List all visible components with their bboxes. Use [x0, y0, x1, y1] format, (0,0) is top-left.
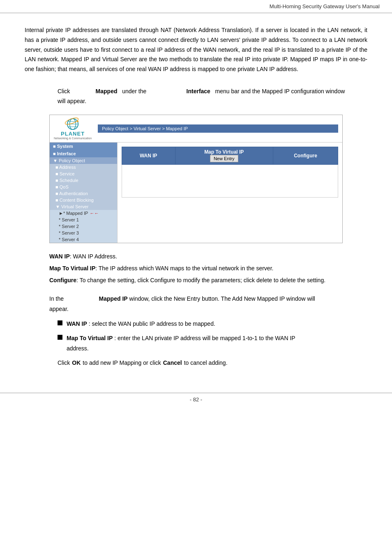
sidebar-item-service[interactable]: ■ Service — [50, 170, 117, 177]
sidebar-item-authentication[interactable]: ■ Authentication — [50, 190, 117, 197]
sidebar-item-policy-object[interactable]: ▼ Policy Object — [50, 157, 117, 164]
field-desc-configure: Configure : To change the setting, click… — [49, 275, 343, 286]
header-title: Multi-Homing Security Gateway User's Man… — [270, 3, 380, 9]
mapped-keyword: Mapped — [96, 88, 118, 94]
new-entry-button[interactable]: New Entry — [210, 155, 238, 162]
sidebar-item-virtual-server[interactable]: ▼ Virtual Server — [50, 203, 117, 210]
sidebar-icon-qos: ■ — [55, 184, 60, 189]
sidebar-item-server1[interactable]: * Server 1 — [50, 216, 117, 223]
sidebar-server1-label: * Server 1 — [59, 217, 79, 222]
bullet-map-virtual: Map To Virtual IP : enter the LAN privat… — [58, 333, 343, 354]
in-the-text: In the — [49, 295, 97, 302]
sidebar-icon-schedule: ■ — [55, 178, 60, 183]
click-label: Click — [58, 358, 70, 368]
planet-logo-subtext: Networking & Communication — [54, 137, 92, 140]
sidebar-item-schedule[interactable]: ■ Schedule — [50, 177, 117, 184]
table-header-wan-ip: WAN IP — [122, 147, 175, 164]
cancel-keyword: Cancel — [163, 358, 182, 368]
sidebar-star-system: ■ — [53, 144, 57, 149]
main-panel: WAN IP Map To Virtual IP New Entry Confi… — [118, 143, 342, 243]
mapped-ip-keyword: Mapped IP — [99, 295, 128, 302]
sidebar-mapped-label: ► — [59, 211, 63, 216]
main-content: Internal private IP addresses are transl… — [0, 13, 392, 385]
click-instruction: Click Mapped under the Interface menu ba… — [58, 87, 367, 106]
sidebar: ■ System ■ Interface ▼ Policy Object ■ A… — [50, 143, 118, 243]
svg-point-5 — [65, 117, 79, 126]
sidebar-item-mapped-ip[interactable]: ► * Mapped IP ←← — [50, 210, 117, 216]
sidebar-icon-policy: ▼ — [53, 158, 59, 163]
sidebar-icon-address: ■ — [55, 165, 59, 170]
field-descriptions: WAN IP : WAN IP Address. Map To Virtual … — [49, 251, 343, 286]
field-configure-label: Configure — [49, 275, 76, 286]
arrow-icon-mapped: ←← — [90, 211, 99, 216]
sidebar-icon-auth: ■ — [55, 191, 59, 196]
field-wan-ip-label: WAN IP — [49, 251, 70, 262]
sidebar-star-interface: ■ — [53, 151, 57, 156]
screenshot-body: ■ System ■ Interface ▼ Policy Object ■ A… — [50, 143, 342, 243]
sidebar-icon-blocking: ■ — [55, 198, 60, 203]
svg-point-6 — [77, 120, 78, 122]
instruction-rest: menu bar and the Mapped IP configuration… — [212, 88, 345, 94]
breadcrumb-bar: Policy Object > Virtual Server > Mapped … — [98, 124, 338, 133]
sidebar-icon-virtual: ▼ — [55, 204, 61, 209]
planet-logo: PLANET Networking & Communication — [54, 117, 92, 140]
data-table: WAN IP Map To Virtual IP New Entry Confi… — [122, 147, 338, 198]
sidebar-server4-label: * Server 4 — [59, 237, 79, 242]
field-desc-map: Map To Virtual IP : The IP address which… — [49, 263, 343, 274]
field-wan-ip-colon: : WAN IP Address. — [70, 251, 117, 262]
sidebar-item-interface[interactable]: ■ Interface — [50, 150, 117, 157]
field-map-desc: : The IP address which WAN maps to the v… — [95, 263, 273, 274]
sidebar-item-system[interactable]: ■ System — [50, 143, 117, 150]
click-middle: to add new IP Mapping or click — [83, 358, 161, 368]
screenshot-header: PLANET Networking & Communication Policy… — [50, 115, 342, 143]
sidebar-item-address[interactable]: ■ Address — [50, 164, 117, 170]
click-row: Click OK to add new IP Mapping or click … — [58, 358, 343, 368]
window-section: In the Mapped IP window, click the New E… — [49, 294, 343, 314]
bullet-wan-ip: WAN IP : select the WAN public IP addres… — [58, 319, 343, 329]
field-desc-wan-ip: WAN IP : WAN IP Address. — [49, 251, 343, 262]
sidebar-server2-label: * Server 2 — [59, 224, 79, 229]
table-header-configure: Configure — [273, 147, 338, 164]
click-word: Click — [58, 88, 94, 94]
screenshot-box: PLANET Networking & Communication Policy… — [49, 115, 343, 243]
bullet-icon-2 — [58, 335, 62, 340]
bullet1-label: WAN IP : select the WAN public IP addres… — [67, 319, 215, 329]
planet-logo-text: PLANET — [61, 131, 85, 137]
page-footer: - 82 - — [0, 393, 392, 406]
field-configure-desc: : To change the setting, click Configure… — [76, 275, 325, 286]
sidebar-item-content-blocking[interactable]: ■ Content Blocking — [50, 197, 117, 203]
sidebar-server3-label: * Server 3 — [59, 230, 79, 235]
window-rest: window, click the New Entry button. The … — [129, 295, 315, 302]
field-map-label: Map To Virtual IP — [49, 263, 95, 274]
page-header: Multi-Homing Security Gateway User's Man… — [0, 0, 392, 13]
appear-text: appear. — [49, 306, 69, 312]
page-number: - 82 - — [190, 396, 202, 403]
sidebar-item-server3[interactable]: * Server 3 — [50, 230, 117, 236]
bullet-icon-1 — [58, 320, 62, 325]
sidebar-item-server4[interactable]: * Server 4 — [50, 236, 117, 243]
ok-keyword: OK — [72, 358, 81, 368]
body-paragraph: Internal private IP addresses are transl… — [25, 25, 367, 74]
sidebar-icon-service: ■ — [55, 171, 60, 176]
sidebar-item-server2[interactable]: * Server 2 — [50, 223, 117, 230]
table-empty-row — [122, 164, 338, 197]
click-end: to cancel adding. — [184, 358, 228, 368]
table-header-map: Map To Virtual IP New Entry — [175, 147, 273, 164]
interface-keyword: Interface — [187, 88, 210, 94]
under-the: under the — [119, 88, 184, 94]
will-appear: will appear. — [58, 98, 86, 104]
bullet2-text: Map To Virtual IP : enter the LAN privat… — [67, 333, 295, 354]
planet-logo-icon — [65, 117, 81, 131]
sidebar-item-qos[interactable]: ■ QoS — [50, 184, 117, 190]
